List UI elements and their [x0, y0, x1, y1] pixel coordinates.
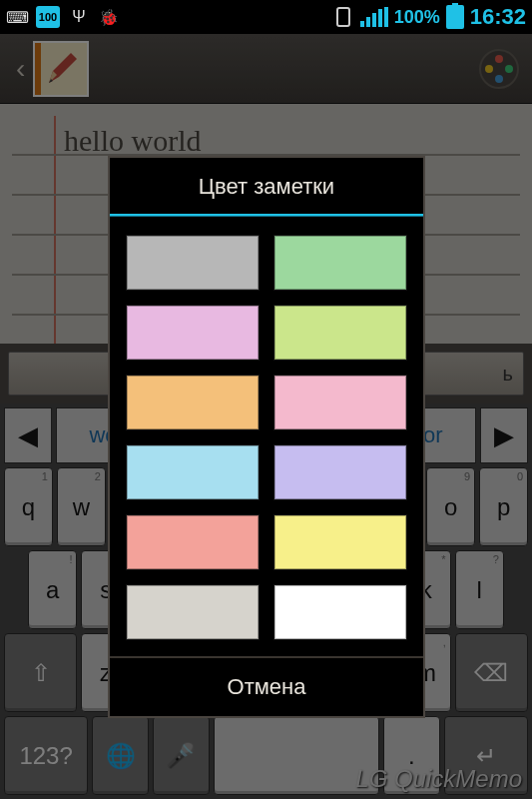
battery-pct: 100%	[394, 7, 440, 28]
dialog-title: Цвет заметки	[110, 158, 423, 216]
battery-icon	[446, 5, 464, 29]
color-grid	[110, 217, 423, 656]
color-swatch-1[interactable]	[273, 235, 407, 291]
color-dialog: Цвет заметки Отмена	[108, 156, 425, 718]
color-swatch-0[interactable]	[126, 235, 260, 291]
color-swatch-4[interactable]	[126, 375, 260, 430]
status-right: 100% 16:32	[332, 4, 526, 30]
battery-pct-icon: 100	[36, 6, 60, 28]
color-swatch-6[interactable]	[126, 444, 260, 500]
color-swatch-3[interactable]	[273, 305, 407, 361]
color-swatch-9[interactable]	[273, 514, 407, 570]
color-swatch-7[interactable]	[273, 444, 407, 500]
debug-icon: 🐞	[98, 6, 120, 28]
color-swatch-5[interactable]	[273, 375, 407, 430]
usb-icon: Ψ	[68, 6, 90, 28]
keyboard-status-icon: ⌨	[6, 6, 28, 28]
vibrate-icon	[332, 6, 354, 28]
signal-icon	[360, 7, 388, 27]
clock: 16:32	[470, 4, 526, 30]
dialog-cancel-button[interactable]: Отмена	[110, 656, 423, 716]
status-bar: ⌨ 100 Ψ 🐞 100% 16:32	[0, 0, 532, 34]
color-swatch-10[interactable]	[126, 584, 260, 640]
color-swatch-8[interactable]	[126, 514, 260, 570]
color-swatch-11[interactable]	[273, 584, 407, 640]
color-swatch-2[interactable]	[126, 305, 260, 361]
status-left: ⌨ 100 Ψ 🐞	[6, 6, 120, 28]
